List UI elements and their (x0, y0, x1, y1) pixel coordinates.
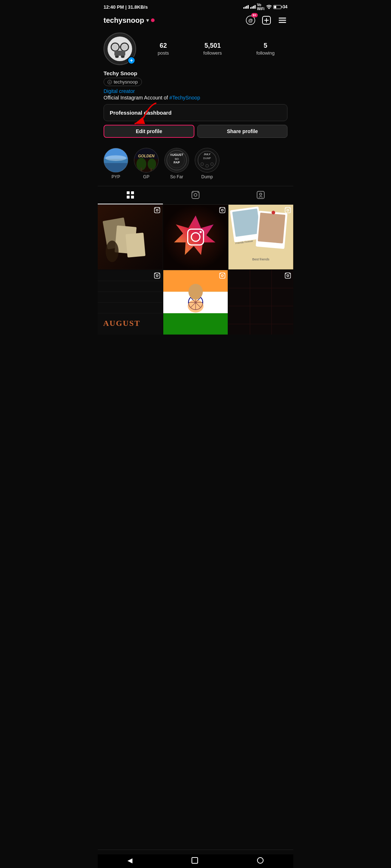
svg-point-73 (224, 208, 224, 209)
status-bar: 12:40 PM | 31.8KB/s VoWiFi (98, 0, 293, 12)
svg-text:AUGUST: AUGUST (103, 319, 140, 328)
header-nav: techysnoop ▾ @ 9+ (98, 12, 293, 30)
posts-label: posts (158, 50, 169, 56)
grid-item[interactable] (98, 205, 163, 269)
status-icons: VoWiFi 34 (243, 3, 287, 11)
signal-icon-2 (250, 5, 256, 9)
svg-point-110 (224, 273, 224, 274)
svg-point-108 (222, 275, 223, 276)
following-label: following (256, 50, 275, 56)
svg-text:@: @ (109, 81, 111, 83)
highlight-sofar-label: So Far (170, 174, 183, 179)
posts-stat[interactable]: 62 posts (158, 42, 169, 56)
reels-badge-5 (219, 272, 226, 280)
grid-icon (126, 191, 135, 199)
svg-rect-31 (151, 168, 152, 172)
highlight-sofar[interactable]: AUGUST SO FAP So Far (164, 148, 189, 179)
reels-badge-6 (285, 272, 291, 280)
post-image-1 (98, 205, 163, 269)
bio-hashtag[interactable]: #TechySnoop (169, 95, 200, 101)
menu-icon-btn[interactable] (277, 15, 287, 25)
bio-text: Official Instagram Account of #TechySnoo… (104, 95, 287, 101)
reels-indicator (154, 207, 160, 213)
reels-badge-3 (285, 207, 291, 214)
svg-point-83 (287, 209, 289, 211)
grid-item[interactable] (228, 270, 293, 335)
battery-level: 34 (283, 4, 287, 9)
svg-rect-47 (127, 196, 130, 199)
threads-handle[interactable]: @ techysnoop (104, 78, 142, 86)
highlight-pyp[interactable]: PYP (104, 148, 128, 179)
svg-point-13 (112, 44, 118, 50)
avatar-wrap[interactable]: + (104, 33, 136, 65)
svg-rect-112 (228, 270, 293, 335)
action-buttons-wrap: Edit profile Share profile (104, 125, 287, 138)
share-profile-button[interactable]: Share profile (197, 125, 287, 138)
reels-indicator (285, 207, 291, 213)
hamburger-icon (278, 16, 287, 25)
reels-badge-1 (154, 207, 160, 214)
reels-badge-2 (219, 207, 226, 214)
svg-point-119 (287, 275, 289, 276)
online-dot (151, 18, 155, 22)
tab-tagged[interactable] (228, 186, 293, 204)
tab-reels[interactable] (163, 186, 228, 204)
svg-point-24 (105, 155, 126, 161)
svg-point-54 (260, 193, 262, 195)
highlight-sofar-image: AUGUST SO FAP (165, 148, 189, 173)
action-buttons: Edit profile Share profile (104, 125, 287, 138)
svg-point-69 (199, 231, 202, 233)
highlight-dump[interactable]: JULY DUMP Dump (195, 148, 219, 179)
svg-point-72 (220, 208, 221, 209)
stats-row: 62 posts 5,501 followers 5 following (145, 42, 287, 56)
username-text: techysnoop (104, 16, 144, 25)
edit-profile-button[interactable]: Edit profile (104, 125, 194, 138)
svg-point-63 (155, 208, 155, 209)
svg-rect-30 (140, 167, 142, 172)
profile-tabs (98, 186, 293, 205)
followers-stat[interactable]: 5,501 followers (203, 42, 222, 56)
svg-point-29 (148, 158, 156, 170)
reels-indicator (154, 272, 160, 279)
svg-point-120 (286, 273, 286, 274)
signal-icon (243, 5, 249, 9)
highlight-sofar-circle: AUGUST SO FAP (164, 148, 189, 173)
svg-text:JULY: JULY (203, 153, 211, 156)
highlight-pyp-label: PYP (112, 174, 120, 179)
svg-point-106 (188, 299, 203, 312)
highlight-gp[interactable]: GOLDEN GP (134, 148, 159, 179)
svg-point-109 (220, 273, 221, 274)
post-image-5 (163, 270, 228, 335)
tagged-icon (256, 191, 265, 199)
add-post-icon-btn[interactable] (261, 15, 272, 25)
svg-rect-59 (126, 233, 146, 258)
grid-item[interactable]: AUGUST (98, 270, 163, 335)
add-story-button[interactable]: + (127, 56, 135, 64)
svg-rect-17 (114, 51, 125, 56)
grid-item[interactable] (163, 205, 228, 269)
svg-text:SO: SO (175, 157, 178, 161)
grid-item[interactable]: Best friends Friends Forever (228, 205, 293, 269)
status-time-data: 12:40 PM | 31.8KB/s (104, 4, 148, 10)
svg-rect-76 (232, 208, 261, 237)
highlight-dump-image: JULY DUMP (195, 148, 219, 173)
grid-item[interactable] (163, 270, 228, 335)
svg-point-81 (272, 211, 275, 214)
reels-indicator (285, 272, 291, 279)
highlights-row: PYP GOLDEN GP AUGU (98, 144, 293, 183)
svg-point-64 (159, 208, 159, 209)
following-stat[interactable]: 5 following (256, 42, 275, 56)
username-section[interactable]: techysnoop ▾ (104, 16, 155, 25)
battery-icon (273, 5, 281, 9)
threads-icon-btn[interactable]: @ 9+ (245, 15, 256, 25)
threads-handle-icon: @ (108, 80, 112, 84)
tab-grid[interactable] (98, 186, 163, 204)
post-image-2 (163, 205, 228, 269)
followers-label: followers (203, 50, 222, 56)
add-post-icon (262, 16, 271, 25)
svg-point-0 (269, 9, 269, 9)
profile-section: + 62 posts 5,501 followers 5 following T… (98, 30, 293, 144)
svg-point-14 (122, 44, 127, 50)
highlight-dump-label: Dump (201, 174, 213, 179)
professional-dashboard[interactable]: Professional dashboard (104, 104, 287, 121)
